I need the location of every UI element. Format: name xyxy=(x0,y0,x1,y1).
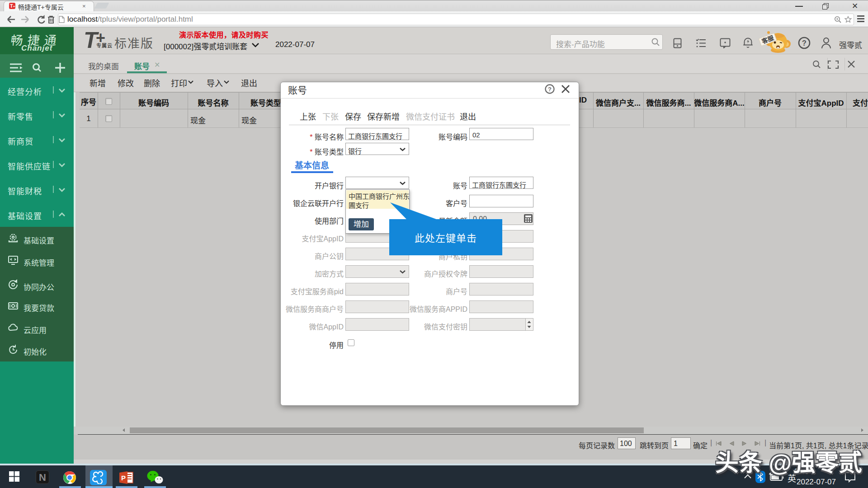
svg-text:P: P xyxy=(121,474,126,482)
svg-text:?: ? xyxy=(802,39,807,47)
svg-text:?: ? xyxy=(548,86,552,93)
